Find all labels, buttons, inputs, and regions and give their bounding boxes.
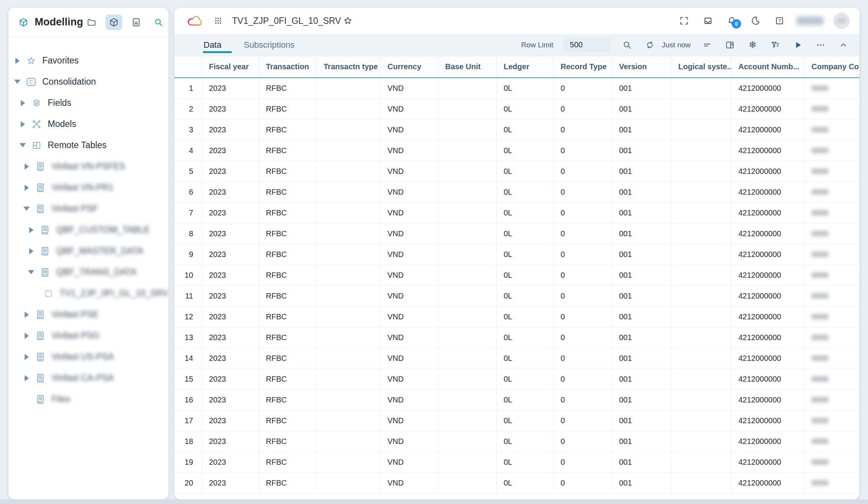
tree-item-vinfast-us-psa[interactable]: Vinfast US-PSA [8, 346, 169, 367]
table-row[interactable]: 142023RFBCVND0L000142120000000000 [174, 348, 860, 369]
table-row[interactable]: 82023RFBCVND0L000142120000000000 [174, 224, 860, 244]
table-cell [438, 120, 497, 140]
sort-icon[interactable] [701, 39, 713, 51]
tree-item-vinfast-pse[interactable]: Vinfast PSE [8, 304, 169, 325]
tab-data[interactable]: Data [204, 34, 221, 56]
table-row[interactable]: 112023RFBCVND0L000142120000000000 [174, 286, 860, 307]
filter-icon[interactable] [769, 39, 781, 51]
layers-icon [30, 98, 43, 108]
column-header-ledger[interactable]: Ledger [497, 56, 554, 77]
table-cell: 0000 [805, 411, 860, 431]
tree-expand-arrow-icon[interactable] [22, 331, 32, 340]
tab-subscriptions[interactable]: Subscriptions [244, 34, 294, 56]
moon-icon[interactable] [749, 14, 763, 28]
tree-item-remote-tables[interactable]: Remote Tables [8, 135, 169, 156]
folder-icon[interactable] [83, 15, 100, 30]
tree-collapse-arrow-icon[interactable] [22, 204, 32, 214]
column-header-version[interactable]: Version [612, 56, 671, 77]
tree-expand-arrow-icon[interactable] [26, 225, 36, 235]
column-header-company-code[interactable]: Company Code [805, 56, 860, 77]
column-header-rownum[interactable] [174, 56, 202, 77]
tree-expand-arrow-icon[interactable] [22, 162, 32, 171]
company-code-redacted: 0000 [811, 437, 829, 446]
tree-item-vinfast-ca-psa[interactable]: Vinfast CA-PSA [8, 367, 169, 389]
table-row[interactable]: 202023RFBCVND0L000142120000000000 [174, 473, 860, 494]
inbox-icon[interactable] [701, 14, 715, 28]
table-row[interactable]: 152023RFBCVND0L000142120000000000 [174, 369, 860, 390]
tree-expand-arrow-icon[interactable] [12, 56, 22, 65]
column-header-base-unit[interactable]: Base Unit [438, 56, 497, 77]
column-header-currency[interactable]: Currency [381, 56, 438, 77]
tree-expand-arrow-icon[interactable] [22, 352, 32, 362]
tree-item-files[interactable]: Files [8, 389, 169, 410]
column-header-record-type[interactable]: Record Type [554, 56, 612, 77]
avatar[interactable]: AA [833, 13, 850, 29]
company-code-redacted: 0000 [811, 479, 829, 487]
table-row[interactable]: 192023RFBCVND0L000142120000000000 [174, 452, 860, 473]
collapse-panel-icon[interactable] [837, 39, 850, 51]
table-row[interactable]: 72023RFBCVND0L000142120000000000 [174, 203, 860, 224]
tree-item-vinfast-psf[interactable]: Vinfast PSF [8, 198, 169, 219]
tree-item-consolidation[interactable]: CConsolidation [8, 71, 169, 92]
search-icon[interactable] [150, 15, 167, 30]
table-cell: 0 [554, 327, 612, 348]
tree-collapse-arrow-icon[interactable] [12, 77, 22, 87]
company-code-redacted: 0000 [811, 312, 829, 321]
column-header-logical-syste[interactable]: Logical syste... [671, 56, 731, 77]
overflow-menu-icon[interactable] [815, 39, 827, 51]
app-grid-icon[interactable] [211, 14, 225, 28]
tree-collapse-arrow-icon[interactable] [18, 141, 28, 150]
table-row[interactable]: 62023RFBCVND0L000142120000000000 [174, 182, 860, 203]
table-row[interactable]: 162023RFBCVND0L000142120000000000 [174, 390, 860, 411]
tree-expand-arrow-icon[interactable] [26, 247, 36, 256]
table-row[interactable]: 22023RFBCVND0L000142120000000000 [174, 99, 860, 120]
table-cell: 001 [612, 140, 671, 161]
table-row[interactable]: 182023RFBCVND0L000142120000000000 [174, 431, 860, 452]
tree-item-fields[interactable]: Fields [8, 92, 169, 113]
table-row[interactable]: 52023RFBCVND0L000142120000000000 [174, 161, 860, 182]
favorite-star-icon[interactable] [341, 14, 355, 28]
help-icon[interactable]: ? [773, 14, 786, 28]
tree-item-favorites[interactable]: Favorites [8, 50, 169, 71]
column-header-transactn-type[interactable]: Transactn type [317, 56, 381, 77]
table-row[interactable]: 92023RFBCVND0L000142120000000000 [174, 244, 860, 265]
tree-expand-arrow-icon[interactable] [18, 120, 28, 129]
tree-expand-arrow-icon[interactable] [22, 183, 32, 192]
refresh-icon[interactable] [644, 39, 656, 51]
book-icon [34, 394, 47, 405]
row-limit-input[interactable] [564, 37, 611, 53]
run-query-icon[interactable] [792, 39, 804, 51]
tree-item-qbf-trans-data[interactable]: QBF_TRANS_DATA [8, 262, 169, 283]
table-row[interactable]: 12023RFBCVND0L000142120000000000 [174, 78, 860, 99]
tree-expand-arrow-icon[interactable] [18, 98, 28, 108]
tree-expand-arrow-icon[interactable] [22, 374, 32, 383]
bell-icon[interactable]: 0 [725, 14, 739, 28]
table-row[interactable]: 122023RFBCVND0L000142120000000000 [174, 307, 860, 327]
table-row[interactable]: 32023RFBCVND0L000142120000000000 [174, 120, 860, 140]
tree-item-tv1-zjp-0fi-gl-10-srv[interactable]: TV1_ZJP_0FI_GL_10_SRV [8, 283, 169, 304]
freeze-columns-icon[interactable]: ❄ [746, 39, 759, 51]
column-header-transaction[interactable]: Transaction [259, 56, 317, 77]
table-row[interactable]: 172023RFBCVND0L000142120000000000 [174, 411, 860, 431]
table-row[interactable]: 102023RFBCVND0L000142120000000000 [174, 265, 860, 286]
column-header-account-numb[interactable]: Account Numb... [731, 56, 805, 77]
table-cell: 0L [497, 265, 554, 285]
fullscreen-icon[interactable] [677, 14, 691, 28]
tree-item-vinfast-vn-pr1[interactable]: Vinfast VN-PR1 [8, 177, 169, 198]
table-row[interactable]: 132023RFBCVND0L000142120000000000 [174, 327, 860, 348]
table-row[interactable]: 42023RFBCVND0L000142120000000000 [174, 140, 860, 161]
table-cell: VND [381, 244, 438, 265]
tree-item-models[interactable]: Models [8, 113, 169, 135]
repository-icon[interactable] [128, 15, 145, 30]
tree-expand-arrow-icon[interactable] [22, 310, 32, 319]
tree-item-vinfast-vn-psfes[interactable]: Vinfast VN-PSFES [8, 156, 169, 177]
search-icon[interactable] [621, 39, 633, 51]
build-cube-icon[interactable] [105, 15, 122, 30]
column-header-fiscal-year[interactable]: Fiscal year [202, 56, 259, 77]
table-cell: 2023 [202, 286, 259, 306]
tree-item-vinfast-psg[interactable]: Vinfast PSG [8, 325, 169, 346]
tree-collapse-arrow-icon[interactable] [26, 268, 36, 277]
tree-item-qbf-custom-table[interactable]: QBF_CUSTOM_TABLE [8, 219, 169, 240]
details-panel-icon[interactable] [724, 39, 736, 51]
tree-item-qbf-master-data[interactable]: QBF_MASTER_DATA [8, 240, 169, 262]
